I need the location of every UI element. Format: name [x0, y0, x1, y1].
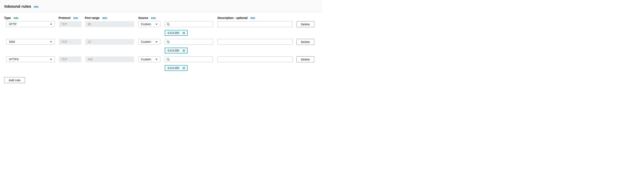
rule-row-ssh: SSH TCP 22 Custom Delete 0.0.0.0/0 [0, 39, 322, 53]
source-info-link[interactable]: Info [151, 17, 156, 19]
type-select[interactable]: SSH [6, 39, 55, 45]
chevron-down-icon [50, 58, 52, 61]
chevron-down-icon [155, 41, 158, 43]
chevron-down-icon [50, 41, 52, 43]
source-search-input[interactable] [171, 22, 211, 27]
type-info-link[interactable]: Info [14, 17, 18, 19]
port-range-field: 22 [85, 39, 134, 45]
description-input[interactable] [218, 39, 292, 45]
source-search-box[interactable] [165, 56, 213, 62]
search-icon [167, 58, 170, 61]
source-cidr-chip: 0.0.0.0/0 [165, 30, 188, 36]
source-search-box[interactable] [165, 39, 213, 45]
delete-rule-button[interactable]: Delete [296, 21, 314, 27]
source-cidr-value: 0.0.0.0/0 [168, 49, 179, 52]
source-cidr-value: 0.0.0.0/0 [168, 66, 179, 70]
source-select[interactable]: Custom [138, 21, 160, 27]
source-select[interactable]: Custom [138, 56, 160, 62]
inbound-rules-info-link[interactable]: Info [34, 5, 38, 8]
column-label-description: Description - optionalInfo [218, 16, 255, 20]
page-title: Inbound rules [4, 4, 31, 9]
type-select-value: HTTPS [9, 57, 18, 62]
column-label-source: SourceInfo [138, 16, 156, 20]
description-info-link[interactable]: Info [250, 17, 255, 19]
protocol-field: TCP [59, 39, 81, 45]
close-icon[interactable] [182, 32, 185, 34]
source-cidr-value: 0.0.0.0/0 [168, 31, 179, 34]
port-range-label: Port range [85, 16, 100, 19]
source-cidr-chip: 0.0.0.0/0 [165, 48, 188, 53]
port-range-info-link[interactable]: Info [102, 17, 107, 19]
rule-row-https: HTTPS TCP 443 Custom Delete 0.0.0.0/0 [0, 56, 322, 71]
source-search-box[interactable] [165, 21, 213, 27]
chevron-down-icon [155, 23, 158, 25]
source-select-value: Custom [141, 21, 151, 27]
column-labels-row: TypeInfo ProtocolInfo Port rangeInfo Sou… [0, 16, 322, 20]
protocol-field: TCP [59, 56, 81, 62]
source-search-input[interactable] [171, 39, 211, 44]
type-select-value: HTTP [9, 21, 17, 27]
delete-rule-button[interactable]: Delete [296, 39, 314, 45]
protocol-field: TCP [59, 21, 81, 27]
chevron-down-icon [155, 58, 158, 61]
type-label: Type [4, 16, 11, 19]
close-icon[interactable] [182, 49, 185, 52]
close-icon[interactable] [182, 67, 185, 70]
description-input[interactable] [218, 21, 292, 27]
description-label: Description - optional [218, 16, 248, 19]
delete-rule-button[interactable]: Delete [296, 56, 314, 62]
search-icon [167, 40, 170, 43]
type-select[interactable]: HTTP [6, 21, 55, 27]
source-search-input[interactable] [171, 57, 211, 62]
search-icon [167, 23, 170, 26]
port-range-field: 80 [85, 21, 134, 27]
type-select[interactable]: HTTPS [6, 56, 55, 62]
rule-row-http: HTTP TCP 80 Custom Delete 0.0.0.0/0 [0, 21, 322, 36]
source-cidr-chip: 0.0.0.0/0 [165, 65, 188, 71]
source-select[interactable]: Custom [138, 39, 160, 45]
add-rule-button[interactable]: Add rule [4, 77, 25, 83]
protocol-info-link[interactable]: Info [74, 17, 78, 19]
port-range-field: 443 [85, 56, 134, 62]
chevron-down-icon [50, 23, 52, 25]
protocol-label: Protocol [58, 16, 70, 19]
column-label-protocol: ProtocolInfo [58, 16, 78, 20]
source-select-value: Custom [141, 57, 151, 62]
source-select-value: Custom [141, 39, 151, 44]
source-label: Source [138, 16, 148, 19]
inbound-rules-header: Inbound rules Info [0, 0, 322, 12]
column-label-port-range: Port rangeInfo [85, 16, 107, 20]
description-input[interactable] [218, 56, 292, 62]
column-label-type: TypeInfo [4, 16, 18, 20]
type-select-value: SSH [9, 39, 15, 44]
